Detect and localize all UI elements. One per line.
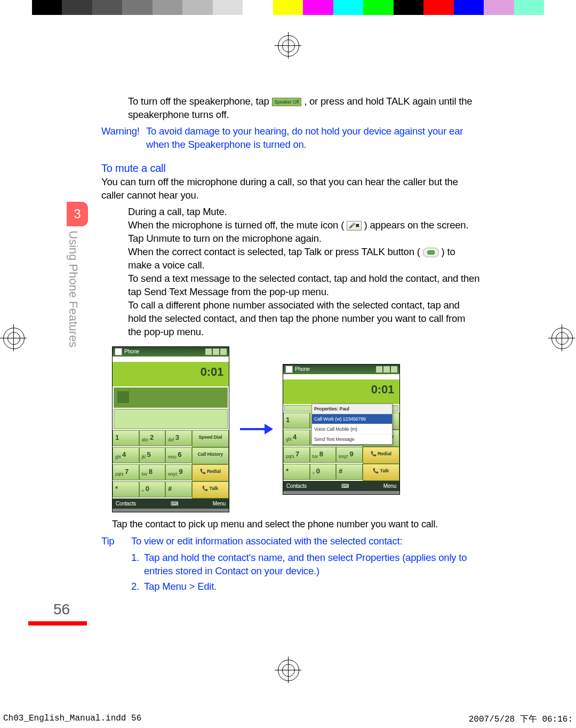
volume-icon	[383, 366, 390, 373]
arrow-right-icon	[240, 428, 272, 430]
tip-item-2: Tap Menu > Edit.	[144, 580, 217, 594]
phone-title: Phone	[124, 348, 139, 355]
popup-item: Voice Call Mobile (m)	[312, 424, 392, 434]
registration-mark-icon	[0, 325, 27, 351]
page-content: To turn off the speakerphone, tap Speake…	[101, 95, 480, 596]
warning-label: Warning!	[101, 125, 146, 152]
talk-button-icon	[423, 248, 439, 257]
page-number: 56	[53, 601, 70, 618]
registration-mark-icon	[548, 325, 575, 351]
body-text: When the correct contact is selected, ta…	[128, 246, 420, 257]
tip-item-1: Tap and hold the contact's name, and the…	[144, 551, 480, 578]
tip-block: Tip To view or edit information associat…	[101, 535, 480, 548]
diff-number-paragraph: To call a different phone number associa…	[128, 299, 480, 339]
signal-icon	[205, 349, 212, 355]
call-timer: 0:01	[113, 362, 229, 386]
footer-timestamp: 2007/5/28 下午 06:16:	[469, 714, 573, 725]
contact-icon	[117, 391, 129, 403]
softkey-menu: Menu	[213, 500, 226, 508]
list-marker: 1.	[131, 551, 144, 578]
warning-block: Warning! To avoid damage to your hearing…	[101, 125, 480, 152]
speakerphone-paragraph: To turn off the speakerphone, tap Speake…	[128, 95, 480, 122]
chapter-title-vertical: Using Phone Features	[64, 231, 80, 391]
step-during-text: During a call, tap Mute.	[128, 206, 227, 217]
selected-contact-row	[114, 387, 228, 408]
body-text: When the microphone is turned off, the m…	[128, 219, 347, 231]
talk-key: 📞 Talk	[192, 481, 229, 498]
close-icon	[391, 366, 397, 373]
registration-mark-icon	[275, 32, 301, 59]
start-icon	[285, 366, 293, 373]
volume-icon	[213, 349, 219, 355]
phone-screenshot-left: Phone 0:01 1abc 2def 3Speed Dial ghi 4jk…	[112, 346, 229, 513]
screenshot-row: Phone 0:01 1abc 2def 3Speed Dial ghi 4jk…	[112, 346, 480, 513]
page-accent-bar	[28, 621, 87, 626]
phone-keypad: 1abc 2def 3Speed Dial ghi 4jkl 5mno 6Cal…	[113, 430, 229, 498]
popup-header: Properties: Paul	[312, 404, 392, 414]
send-sms-paragraph: To send a text message to the selected c…	[128, 272, 480, 299]
section-heading-mute: To mute a call	[101, 161, 480, 176]
list-marker: 2.	[131, 580, 144, 594]
context-popup: Properties: Paul Call Work (w) 123456789…	[311, 403, 393, 445]
footer-filename: Ch03_English_Manual.indd 56	[3, 714, 141, 725]
contact-row	[114, 409, 228, 429]
tip-label: Tip	[101, 535, 131, 548]
start-icon	[115, 348, 122, 355]
registration-mark-icon	[275, 656, 301, 683]
keyboard-icon: ⌨	[171, 500, 178, 508]
speaker-off-button-icon: Speaker Off	[272, 98, 302, 106]
mute-icon: 🎤✖	[347, 221, 362, 231]
tip-ordered-list: 1.Tap and hold the contact's name, and t…	[131, 551, 480, 594]
print-footer: Ch03_English_Manual.indd 56 2007/5/28 下午…	[0, 714, 576, 725]
popup-item: Send Text Message	[312, 434, 392, 444]
mute-icon-paragraph: When the microphone is turned off, the m…	[128, 219, 480, 246]
close-icon	[220, 349, 227, 355]
color-calibration-bar	[32, 0, 544, 15]
step-text: During a call, tap Mute.	[128, 205, 480, 219]
phone-title: Phone	[295, 366, 310, 373]
chapter-number-tab: 3	[67, 202, 88, 226]
body-text: To turn off the speakerphone, tap	[128, 96, 272, 107]
signal-icon	[376, 366, 382, 373]
tip-intro-text: To view or edit information associated w…	[131, 535, 402, 548]
softkey-contacts: Contacts	[116, 500, 136, 508]
call-timer: 0:01	[283, 379, 399, 404]
mute-intro-text: You can turn off the microphone during a…	[101, 176, 480, 202]
screenshot-caption: Tap the contact to pick up menu and sele…	[112, 518, 480, 531]
redial-key: 📞 Redial	[192, 464, 229, 481]
warning-text: To avoid damage to your hearing, do not …	[146, 125, 480, 152]
talk-paragraph: When the correct contact is selected, ta…	[128, 246, 480, 272]
popup-item-selected: Call Work (w) 123456789	[312, 414, 392, 424]
